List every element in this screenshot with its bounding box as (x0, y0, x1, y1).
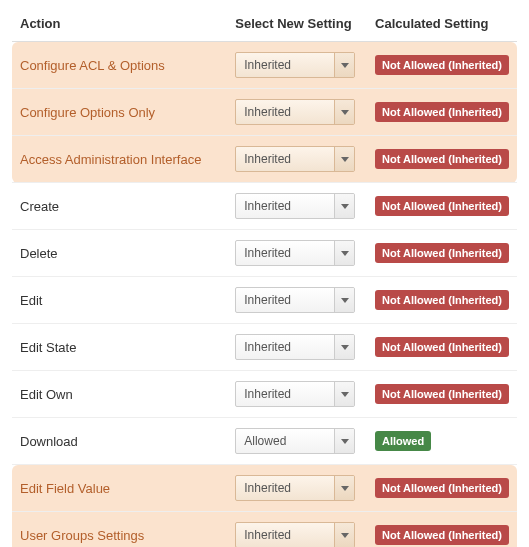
calculated-badge: Not Allowed (Inherited) (375, 337, 509, 357)
action-label: User Groups Settings (12, 512, 227, 548)
calculated-badge: Not Allowed (Inherited) (375, 196, 509, 216)
table-row: Access Administration InterfaceInherited… (12, 136, 517, 183)
header-select: Select New Setting (227, 10, 367, 42)
chevron-down-icon (334, 288, 354, 312)
action-label: Edit State (12, 324, 227, 371)
table-row: DeleteInheritedNot Allowed (Inherited) (12, 230, 517, 277)
chevron-down-icon (334, 429, 354, 453)
setting-select-value: Inherited (236, 335, 334, 359)
chevron-down-icon (334, 335, 354, 359)
setting-select-value: Inherited (236, 194, 334, 218)
setting-select-value: Inherited (236, 523, 334, 547)
calculated-badge: Not Allowed (Inherited) (375, 149, 509, 169)
table-row: Configure ACL & OptionsInheritedNot Allo… (12, 42, 517, 89)
chevron-down-icon (334, 147, 354, 171)
calculated-badge: Not Allowed (Inherited) (375, 290, 509, 310)
calculated-badge: Not Allowed (Inherited) (375, 478, 509, 498)
setting-select-value: Inherited (236, 382, 334, 406)
calculated-badge: Not Allowed (Inherited) (375, 102, 509, 122)
action-label: Download (12, 418, 227, 465)
setting-select-value: Inherited (236, 53, 334, 77)
setting-select[interactable]: Inherited (235, 475, 355, 501)
setting-select[interactable]: Inherited (235, 334, 355, 360)
setting-select[interactable]: Inherited (235, 381, 355, 407)
setting-select-value: Inherited (236, 241, 334, 265)
setting-select-value: Inherited (236, 100, 334, 124)
setting-select-value: Inherited (236, 476, 334, 500)
chevron-down-icon (334, 100, 354, 124)
setting-select[interactable]: Allowed (235, 428, 355, 454)
setting-select[interactable]: Inherited (235, 99, 355, 125)
setting-select[interactable]: Inherited (235, 146, 355, 172)
table-row: Configure Options OnlyInheritedNot Allow… (12, 89, 517, 136)
action-label: Delete (12, 230, 227, 277)
setting-select[interactable]: Inherited (235, 287, 355, 313)
setting-select-value: Inherited (236, 288, 334, 312)
table-row: EditInheritedNot Allowed (Inherited) (12, 277, 517, 324)
action-label: Configure Options Only (12, 89, 227, 136)
action-label: Edit Own (12, 371, 227, 418)
setting-select[interactable]: Inherited (235, 193, 355, 219)
setting-select[interactable]: Inherited (235, 522, 355, 547)
setting-select[interactable]: Inherited (235, 240, 355, 266)
action-label: Create (12, 183, 227, 230)
action-label: Configure ACL & Options (12, 42, 227, 89)
chevron-down-icon (334, 523, 354, 547)
table-row: Edit StateInheritedNot Allowed (Inherite… (12, 324, 517, 371)
chevron-down-icon (334, 382, 354, 406)
table-row: CreateInheritedNot Allowed (Inherited) (12, 183, 517, 230)
table-row: DownloadAllowedAllowed (12, 418, 517, 465)
chevron-down-icon (334, 476, 354, 500)
calculated-badge: Not Allowed (Inherited) (375, 55, 509, 75)
calculated-badge: Not Allowed (Inherited) (375, 525, 509, 545)
chevron-down-icon (334, 194, 354, 218)
setting-select[interactable]: Inherited (235, 52, 355, 78)
setting-select-value: Allowed (236, 429, 334, 453)
calculated-badge: Not Allowed (Inherited) (375, 243, 509, 263)
table-row: Edit Field ValueInheritedNot Allowed (In… (12, 465, 517, 512)
calculated-badge: Not Allowed (Inherited) (375, 384, 509, 404)
permissions-table: Action Select New Setting Calculated Set… (12, 10, 517, 547)
action-label: Edit Field Value (12, 465, 227, 512)
table-row: Edit OwnInheritedNot Allowed (Inherited) (12, 371, 517, 418)
action-label: Edit (12, 277, 227, 324)
table-row: User Groups SettingsInheritedNot Allowed… (12, 512, 517, 548)
chevron-down-icon (334, 53, 354, 77)
chevron-down-icon (334, 241, 354, 265)
header-calc: Calculated Setting (367, 10, 517, 42)
action-label: Access Administration Interface (12, 136, 227, 183)
header-action: Action (12, 10, 227, 42)
setting-select-value: Inherited (236, 147, 334, 171)
calculated-badge: Allowed (375, 431, 431, 451)
table-header-row: Action Select New Setting Calculated Set… (12, 10, 517, 42)
